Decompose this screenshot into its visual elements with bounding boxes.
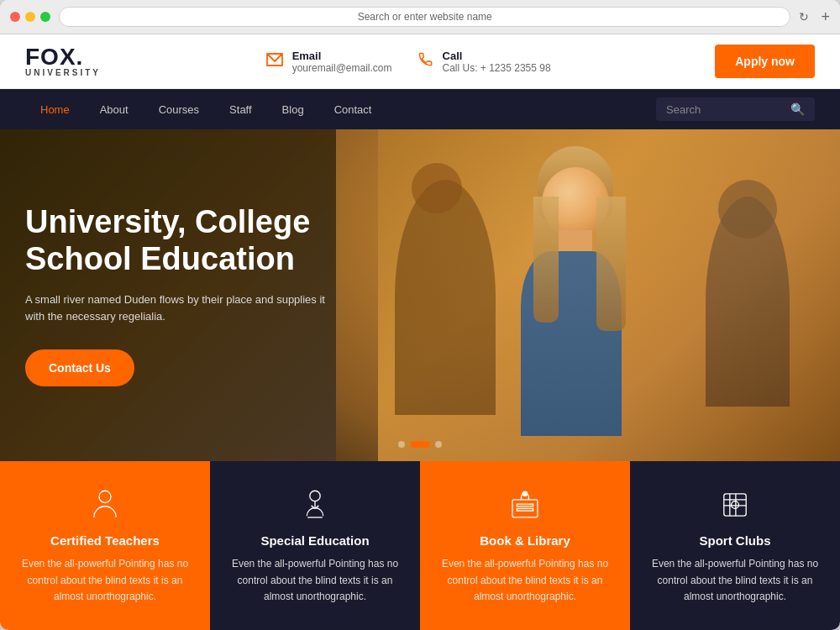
feature-title-education: Special Education [230, 533, 400, 548]
search-box[interactable]: 🔍 [656, 97, 815, 121]
nav-item-staff[interactable]: Staff [214, 92, 267, 128]
feature-cards: Certified Teachers Even the all-powerful… [0, 461, 840, 630]
close-button[interactable] [10, 12, 20, 22]
minimize-button[interactable] [25, 12, 35, 22]
hero-section: University, CollegeSchool Education A sm… [0, 129, 840, 461]
logo: FOX. UNIVERSITY [25, 45, 101, 77]
nav-link-staff[interactable]: Staff [214, 92, 267, 128]
site-content: FOX. UNIVERSITY Email youremail@email.co… [0, 34, 840, 630]
call-contact: Call Call Us: + 1235 2355 98 [417, 50, 551, 74]
feature-desc-sport: Even the all-powerful Pointing has no co… [650, 556, 820, 605]
nav-item-contact[interactable]: Contact [319, 92, 387, 128]
hero-subtitle: A small river named Duden flows by their… [25, 291, 344, 327]
browser-window: Search or enter website name ↻ + FOX. UN… [0, 0, 840, 630]
feature-card-sport: Sport Clubs Even the all-powerful Pointi… [630, 461, 840, 630]
apply-button[interactable]: Apply now [715, 45, 815, 78]
nav-link-courses[interactable]: Courses [144, 92, 214, 128]
feature-desc-teachers: Even the all-powerful Pointing has no co… [20, 556, 190, 605]
library-icon [507, 486, 543, 523]
feature-title-teachers: Certified Teachers [20, 533, 190, 548]
nav-item-home[interactable]: Home [25, 92, 85, 128]
nav-link-contact[interactable]: Contact [319, 92, 387, 128]
nav-link-home[interactable]: Home [25, 92, 85, 128]
dot-1[interactable] [398, 441, 405, 448]
top-bar: FOX. UNIVERSITY Email youremail@email.co… [0, 34, 840, 89]
dot-3[interactable] [435, 441, 442, 448]
svg-point-0 [99, 491, 111, 503]
feature-title-sport: Sport Clubs [650, 533, 820, 548]
nav-links: Home About Courses Staff Blog Contact [25, 92, 386, 128]
teacher-icon [87, 486, 123, 523]
search-input[interactable] [666, 103, 784, 116]
nav-item-about[interactable]: About [85, 92, 144, 128]
logo-name: FOX. [25, 45, 101, 69]
nav-item-blog[interactable]: Blog [267, 92, 319, 128]
feature-desc-library: Even the all-powerful Pointing has no co… [440, 556, 610, 605]
logo-subtitle: UNIVERSITY [25, 69, 101, 77]
hero-content: University, CollegeSchool Education A sm… [0, 171, 370, 420]
email-icon [265, 52, 284, 71]
refresh-icon[interactable]: ↻ [799, 10, 809, 24]
feature-title-library: Book & Library [440, 533, 610, 548]
svg-point-1 [310, 491, 320, 501]
new-tab-icon[interactable]: + [821, 8, 830, 26]
hero-image-area [378, 129, 840, 461]
education-icon [297, 486, 333, 523]
svg-point-5 [522, 492, 527, 496]
hero-dots [398, 441, 442, 448]
svg-rect-4 [517, 509, 533, 512]
phone-icon [417, 51, 434, 72]
feature-card-education: Special Education Even the all-powerful … [210, 461, 420, 630]
navbar: Home About Courses Staff Blog Contact 🔍 [0, 89, 840, 129]
svg-rect-3 [517, 505, 533, 507]
address-bar[interactable]: Search or enter website name [59, 7, 790, 27]
svg-rect-6 [724, 494, 746, 516]
hero-cta-button[interactable]: Contact Us [25, 349, 134, 386]
dot-2[interactable] [410, 441, 430, 448]
feature-card-library: Book & Library Even the all-powerful Poi… [420, 461, 630, 630]
traffic-lights [10, 12, 50, 22]
call-text: Call Call Us: + 1235 2355 98 [443, 50, 551, 74]
feature-card-teachers: Certified Teachers Even the all-powerful… [0, 461, 210, 630]
maximize-button[interactable] [40, 12, 50, 22]
hero-title: University, CollegeSchool Education [25, 204, 344, 277]
sport-icon [717, 486, 753, 523]
svg-point-7 [732, 501, 739, 509]
nav-item-courses[interactable]: Courses [144, 92, 214, 128]
contact-info: Email youremail@email.com Call Call Us: … [265, 50, 551, 74]
search-icon: 🔍 [790, 102, 805, 116]
main-person [487, 129, 655, 461]
email-contact: Email youremail@email.com [265, 50, 392, 74]
nav-link-blog[interactable]: Blog [267, 92, 319, 128]
feature-desc-education: Even the all-powerful Pointing has no co… [230, 556, 400, 605]
email-text: Email youremail@email.com [292, 50, 392, 74]
browser-chrome: Search or enter website name ↻ + [0, 0, 840, 34]
nav-link-about[interactable]: About [85, 92, 144, 128]
